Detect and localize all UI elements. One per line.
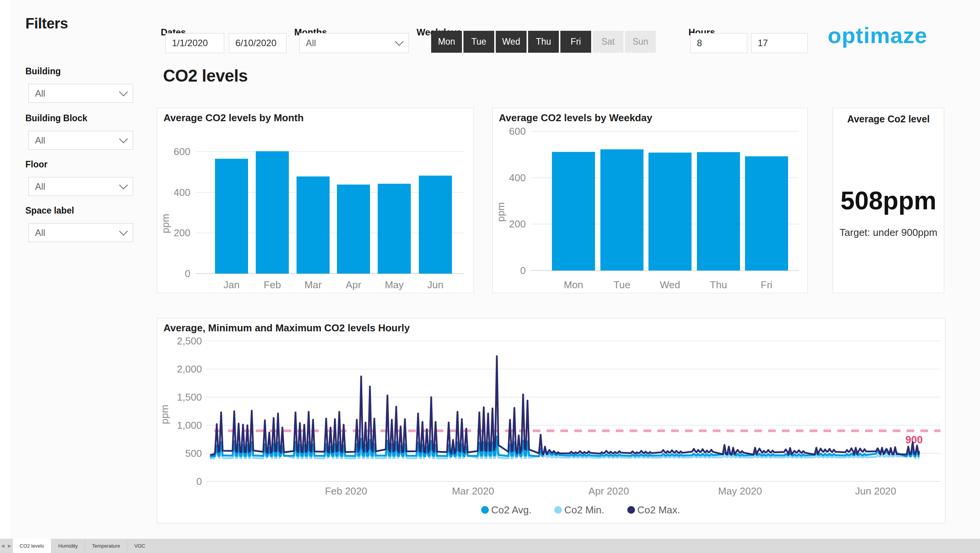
svg-text:600: 600 xyxy=(174,146,190,157)
hourly-line-chart[interactable]: 05001,0001,5002,0002,500ppmFeb 2020Mar 2… xyxy=(157,318,945,523)
months-dropdown[interactable]: All xyxy=(299,33,409,53)
svg-text:Mar 2020: Mar 2020 xyxy=(452,485,494,497)
weekday-button-tue[interactable]: Tue xyxy=(463,31,494,53)
weekday-button-sun[interactable]: Sun xyxy=(625,31,656,53)
svg-text:Thu: Thu xyxy=(710,279,727,291)
weekday-bar-chart[interactable]: 0200400600ppmMonTueWedThuFri xyxy=(493,108,807,293)
svg-text:Co2 Min.: Co2 Min. xyxy=(564,504,604,516)
weekday-button-sat[interactable]: Sat xyxy=(593,31,623,53)
svg-text:Mon: Mon xyxy=(564,279,583,291)
svg-text:ppm: ppm xyxy=(159,405,170,424)
svg-text:Co2 Max.: Co2 Max. xyxy=(637,504,680,516)
svg-text:0: 0 xyxy=(520,265,526,276)
chevron-down-icon xyxy=(119,180,128,189)
tab-scroll-left-icon[interactable]: ◀ xyxy=(1,543,4,548)
filter-group-building-block: Building BlockAll xyxy=(25,113,135,155)
page-tab-humidity[interactable]: Humidity xyxy=(51,539,85,553)
filter-group-building: BuildingAll xyxy=(25,66,135,109)
svg-text:Fri: Fri xyxy=(761,279,772,291)
weekday-bar-chart-panel: Average CO2 levels by Weekday 0200400600… xyxy=(492,108,808,293)
svg-text:Jun 2020: Jun 2020 xyxy=(855,485,896,497)
weekday-button-group: MonTueWedThuFriSatSun xyxy=(431,31,656,53)
svg-text:1,000: 1,000 xyxy=(177,419,202,431)
svg-text:Apr: Apr xyxy=(346,279,362,291)
dashboard-page: Filters BuildingAllBuilding BlockAllFloo… xyxy=(0,0,980,553)
filter-label-floor: Floor xyxy=(25,159,135,170)
svg-text:200: 200 xyxy=(174,227,190,239)
svg-text:500: 500 xyxy=(185,448,202,459)
svg-text:Jan: Jan xyxy=(223,279,240,291)
svg-text:2,000: 2,000 xyxy=(177,363,202,375)
optimaze-logo: optimaze xyxy=(828,22,927,48)
svg-text:1,500: 1,500 xyxy=(177,391,202,403)
svg-text:Tue: Tue xyxy=(613,279,630,291)
month-bar-chart-panel: Average CO2 levels by Month 0200400600pp… xyxy=(157,108,474,293)
chevron-down-icon xyxy=(395,37,404,46)
svg-text:0: 0 xyxy=(185,268,190,279)
building-dropdown[interactable]: All xyxy=(28,84,133,103)
card-value: 508ppm xyxy=(833,186,944,215)
page-title: CO2 levels xyxy=(163,66,248,85)
svg-text:400: 400 xyxy=(509,172,526,184)
filter-label-building-block: Building Block xyxy=(25,113,135,124)
tab-scroll-right-icon[interactable]: ▶ xyxy=(8,543,11,548)
filter-group-floor: FloorAll xyxy=(25,159,135,202)
filters-panel-title: Filters xyxy=(25,15,68,32)
date-to-input[interactable] xyxy=(229,33,287,53)
page-tab-bar: ◀ ▶ CO2 levelsHumidityTemperatureVOC xyxy=(0,539,980,553)
svg-text:600: 600 xyxy=(509,125,526,137)
svg-text:Co2 Avg.: Co2 Avg. xyxy=(491,504,532,516)
page-tab-co2-levels[interactable]: CO2 levels xyxy=(12,539,51,553)
svg-text:Jun: Jun xyxy=(427,279,443,291)
svg-text:Feb: Feb xyxy=(264,279,281,291)
weekday-button-mon[interactable]: Mon xyxy=(431,31,462,53)
tab-scroll-arrows: ◀ ▶ xyxy=(0,539,12,553)
month-bar-chart[interactable]: 0200400600ppmJanFebMarAprMayJun xyxy=(157,108,473,293)
svg-text:May: May xyxy=(385,279,403,291)
chevron-down-icon xyxy=(119,134,128,143)
building-dropdown-value: All xyxy=(35,88,45,99)
svg-text:0: 0 xyxy=(197,476,202,487)
card-title: Average Co2 level xyxy=(833,114,944,125)
average-co2-card: Average Co2 level 508ppm Target: under 9… xyxy=(833,108,944,293)
filter-label-space-label: Space label xyxy=(25,205,135,216)
svg-text:400: 400 xyxy=(174,187,190,198)
chevron-down-icon xyxy=(119,227,128,236)
page-tab-voc[interactable]: VOC xyxy=(127,539,152,553)
svg-text:ppm: ppm xyxy=(495,202,507,222)
hours-to-input[interactable] xyxy=(751,33,808,53)
space-label-dropdown[interactable]: All xyxy=(28,223,133,242)
hourly-line-chart-panel: Average, Minimum and Maximum CO2 levels … xyxy=(157,318,945,523)
hourly-chart-title: Average, Minimum and Maximum CO2 levels … xyxy=(163,322,410,334)
svg-text:Mar: Mar xyxy=(305,279,322,291)
chevron-down-icon xyxy=(119,87,128,96)
svg-text:ppm: ppm xyxy=(160,214,171,234)
filter-group-space-label: Space labelAll xyxy=(25,205,135,248)
space-label-dropdown-value: All xyxy=(35,227,45,238)
svg-text:2,500: 2,500 xyxy=(177,335,202,347)
weekday-chart-title: Average CO2 levels by Weekday xyxy=(499,112,652,124)
weekday-button-wed[interactable]: Wed xyxy=(496,31,527,53)
svg-text:Wed: Wed xyxy=(660,279,680,291)
months-dropdown-value: All xyxy=(306,38,316,48)
svg-text:May 2020: May 2020 xyxy=(718,485,762,497)
svg-text:Apr 2020: Apr 2020 xyxy=(588,485,629,497)
floor-dropdown[interactable]: All xyxy=(28,177,133,196)
floor-dropdown-value: All xyxy=(35,181,45,192)
filter-label-building: Building xyxy=(25,66,135,77)
left-edge-strip xyxy=(0,0,10,539)
svg-text:900: 900 xyxy=(905,434,923,446)
month-chart-title: Average CO2 levels by Month xyxy=(163,112,304,124)
svg-text:Feb 2020: Feb 2020 xyxy=(325,485,367,497)
building-block-dropdown[interactable]: All xyxy=(28,131,133,150)
page-tab-temperature[interactable]: Temperature xyxy=(85,539,127,553)
building-block-dropdown-value: All xyxy=(35,135,45,146)
svg-text:200: 200 xyxy=(509,218,526,230)
card-target-text: Target: under 900ppm xyxy=(833,227,944,239)
weekday-button-fri[interactable]: Fri xyxy=(560,31,591,53)
weekday-button-thu[interactable]: Thu xyxy=(528,31,559,53)
date-from-input[interactable] xyxy=(165,33,224,53)
hours-from-input[interactable] xyxy=(690,33,747,53)
